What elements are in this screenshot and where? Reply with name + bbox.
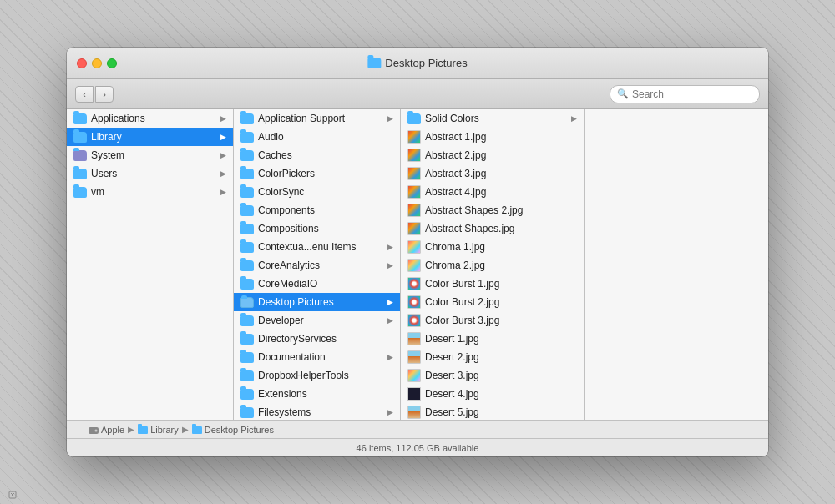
list-item[interactable]: Color Burst 2.jpg [401, 293, 584, 311]
folder-icon [240, 389, 254, 400]
list-item[interactable]: Applications ▶ [67, 109, 233, 128]
list-item[interactable]: DirectoryServices [234, 330, 400, 348]
chevron-right-icon: ▶ [220, 169, 226, 178]
list-item[interactable]: Audio [234, 128, 400, 146]
maximize-button[interactable] [107, 58, 117, 68]
svg-point-4 [95, 429, 98, 431]
list-item[interactable]: ColorSync [234, 183, 400, 201]
chevron-right-icon: ▶ [387, 243, 393, 251]
breadcrumb-item[interactable]: Library [138, 425, 179, 435]
folder-icon [240, 113, 254, 124]
list-item[interactable]: Components [234, 201, 400, 219]
file-icon [407, 167, 421, 180]
list-item[interactable]: Desert 5.jpg [401, 403, 584, 420]
list-item[interactable]: CoreMediaIO [234, 275, 400, 293]
list-item[interactable]: Desert 1.jpg [401, 330, 584, 348]
list-item[interactable]: Desert 2.jpg [401, 348, 584, 366]
chevron-right-icon: ▶ [571, 114, 577, 123]
list-item[interactable]: Color Burst 3.jpg [401, 311, 584, 330]
folder-icon [240, 260, 254, 271]
column-1: Applications ▶ Library ▶ System ▶ Users … [67, 109, 234, 420]
list-item[interactable]: Contextua...enu Items ▶ [234, 238, 400, 256]
list-item[interactable]: Developer ▶ [234, 311, 400, 330]
file-icon [407, 295, 421, 309]
list-item[interactable]: Chroma 1.jpg [401, 238, 584, 256]
close-button[interactable] [77, 58, 87, 68]
status-text: 46 items, 112.05 GB available [357, 443, 479, 453]
list-item[interactable]: System ▶ [67, 146, 233, 164]
folder-icon [240, 205, 254, 216]
list-item[interactable]: Desert 3.jpg [401, 366, 584, 385]
column-2: Application Support ▶ Audio Caches Color… [234, 109, 401, 420]
list-item[interactable]: Abstract Shapes 2.jpg [401, 201, 584, 219]
list-item[interactable]: Color Burst 1.jpg [401, 275, 584, 293]
file-icon [407, 185, 421, 199]
chevron-right-icon: ▶ [387, 353, 393, 361]
folder-icon [240, 370, 254, 381]
list-item[interactable]: Users ▶ [67, 164, 233, 183]
list-item[interactable]: Desktop Pictures ▶ [234, 293, 400, 311]
breadcrumb-separator: ▶ [182, 425, 189, 434]
file-icon [407, 314, 421, 327]
folder-icon [73, 132, 87, 143]
breadcrumb-item[interactable]: Desktop Pictures [192, 425, 274, 435]
search-box[interactable]: 🔍 [610, 85, 760, 103]
folder-icon [240, 407, 254, 418]
list-item[interactable]: CoreAnalytics ▶ [234, 256, 400, 275]
list-item[interactable]: ColorPickers [234, 164, 400, 183]
folder-icon [73, 187, 87, 198]
file-icon [407, 149, 421, 162]
title-text: Desktop Pictures [385, 57, 467, 69]
status-bar: 46 items, 112.05 GB available [67, 438, 768, 456]
list-item[interactable]: Abstract 3.jpg [401, 164, 584, 183]
list-item[interactable]: Documentation ▶ [234, 348, 400, 366]
breadcrumb-separator: ▶ [128, 425, 134, 434]
list-item[interactable]: Compositions [234, 219, 400, 238]
title-folder-icon [367, 58, 381, 68]
back-button[interactable]: ‹ [75, 86, 94, 103]
chevron-right-icon: ▶ [220, 188, 226, 196]
list-item[interactable]: Chroma 2.jpg [401, 256, 584, 275]
forward-button[interactable]: › [95, 86, 114, 103]
folder-icon [192, 426, 202, 434]
list-item[interactable]: vm ▶ [67, 183, 233, 201]
breadcrumb-item[interactable]: Apple [89, 425, 124, 435]
file-icon [407, 350, 421, 364]
folder-icon [138, 426, 148, 434]
list-item[interactable]: Library ▶ [67, 128, 233, 146]
chevron-right-icon: ▶ [220, 114, 226, 123]
search-input[interactable] [632, 88, 752, 100]
list-item[interactable]: Abstract 2.jpg [401, 146, 584, 164]
breadcrumb-label: Desktop Pictures [205, 425, 274, 435]
folder-icon [240, 315, 254, 326]
file-icon [407, 277, 421, 290]
folder-icon [240, 334, 254, 345]
list-item[interactable]: Abstract 1.jpg [401, 128, 584, 146]
column-4 [584, 109, 768, 420]
folder-icon [240, 224, 254, 234]
chevron-right-icon: ▶ [387, 316, 393, 325]
breadcrumb-label: Library [150, 425, 179, 435]
list-item[interactable]: Abstract 4.jpg [401, 183, 584, 201]
list-item[interactable]: Desert 4.jpg [401, 385, 584, 403]
list-item[interactable]: Extensions [234, 385, 400, 403]
folder-icon [73, 150, 87, 161]
column-3: Solid Colors ▶ Abstract 1.jpg Abstract 2… [401, 109, 584, 420]
list-item[interactable]: Abstract Shapes.jpg [401, 219, 584, 238]
list-item[interactable]: Application Support ▶ [234, 109, 400, 128]
file-icon [407, 204, 421, 217]
list-item[interactable]: Caches [234, 146, 400, 164]
column-browser: Applications ▶ Library ▶ System ▶ Users … [67, 109, 768, 420]
folder-icon [73, 113, 87, 124]
list-item[interactable]: Filesystems ▶ [234, 403, 400, 420]
hdd-icon [89, 426, 99, 434]
list-item[interactable]: Solid Colors ▶ [401, 109, 584, 128]
file-icon [407, 259, 421, 272]
minimize-button[interactable] [92, 58, 102, 68]
list-item[interactable]: DropboxHelperTools [234, 366, 400, 385]
window-title: Desktop Pictures [367, 57, 467, 69]
traffic-lights [77, 58, 117, 68]
file-icon [407, 130, 421, 144]
file-icon [407, 240, 421, 254]
file-icon [407, 332, 421, 345]
